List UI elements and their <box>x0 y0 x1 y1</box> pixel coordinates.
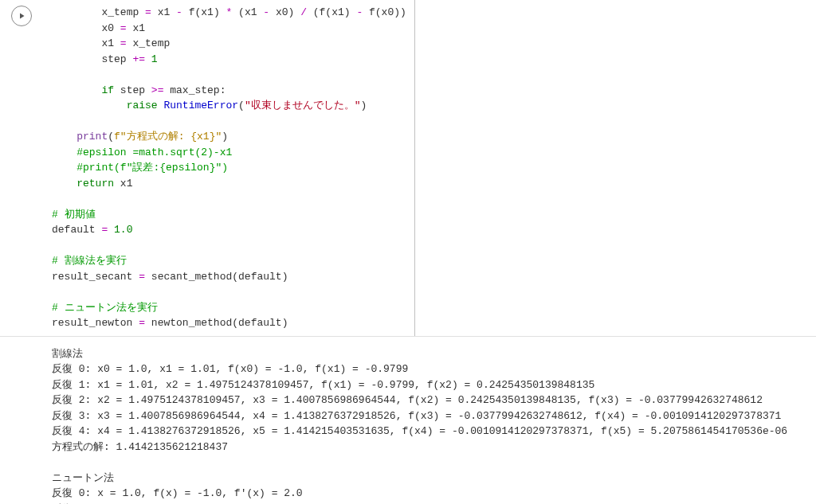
notebook: x_temp = x1 - f(x1) * (x1 - x0) / (f(x1)… <box>0 0 816 504</box>
code-line: # 割線法を実行 <box>52 253 406 269</box>
code-cell: x_temp = x1 - f(x1) * (x1 - x0) / (f(x1)… <box>0 0 816 337</box>
code-wrapper: x_temp = x1 - f(x1) * (x1 - x0) / (f(x1)… <box>44 0 415 336</box>
code-line <box>52 238 406 254</box>
code-line <box>52 67 406 83</box>
code-line: #epsilon =math.sqrt(2)-x1 <box>52 145 406 161</box>
code-line: if step >= max_step: <box>52 83 406 99</box>
cell-gutter <box>0 0 44 336</box>
output-text: 割線法 反復 0: x0 = 1.0, x1 = 1.01, f(x0) = -… <box>44 343 816 505</box>
code-line <box>52 114 406 130</box>
code-line: # ニュートン法を実行 <box>52 300 406 316</box>
code-line: result_secant = secant_method(default) <box>52 269 406 285</box>
code-line: default = 1.0 <box>52 222 406 238</box>
code-line <box>52 284 406 300</box>
code-line: #print(f"誤差:{epsilon}") <box>52 160 406 176</box>
code-line: x0 = x1 <box>52 21 406 37</box>
code-line: x_temp = x1 - f(x1) * (x1 - x0) / (f(x1)… <box>52 5 406 21</box>
code-editor[interactable]: x_temp = x1 - f(x1) * (x1 - x0) / (f(x1)… <box>44 0 414 336</box>
code-line: print(f"方程式の解: {x1}") <box>52 129 406 145</box>
code-line: result_newton = newton_method(default) <box>52 315 406 331</box>
run-button[interactable] <box>11 6 32 26</box>
code-line: # 初期値 <box>52 207 406 223</box>
code-line: x1 = x_temp <box>52 36 406 52</box>
output-cell: 割線法 反復 0: x0 = 1.0, x1 = 1.01, f(x0) = -… <box>0 337 816 505</box>
code-line: step += 1 <box>52 52 406 68</box>
code-line <box>52 191 406 207</box>
code-line: return x1 <box>52 176 406 192</box>
play-icon <box>17 11 26 21</box>
code-line: raise RuntimeError("収束しませんでした。") <box>52 98 406 114</box>
